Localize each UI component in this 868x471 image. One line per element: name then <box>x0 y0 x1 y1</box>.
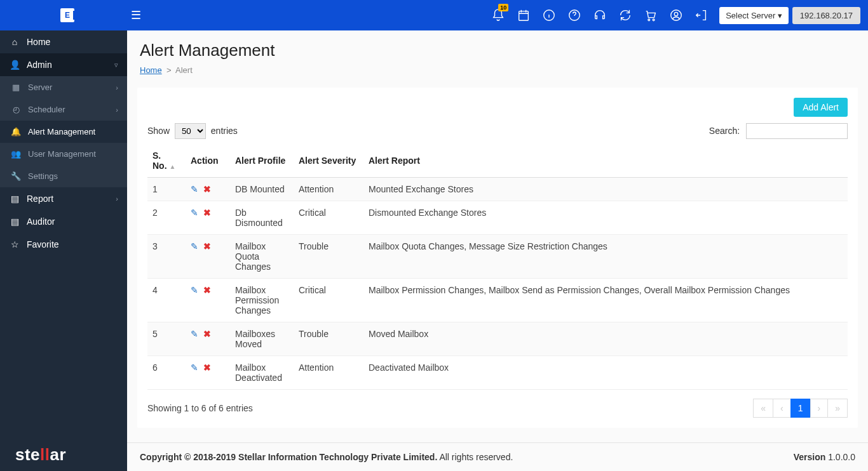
sidebar-item-alert-management[interactable]: 🔔 Alert Management <box>0 121 127 143</box>
sidebar-item-settings[interactable]: 🔧 Settings <box>0 165 127 187</box>
cell-profile: Mailbox Quota Changes <box>230 235 294 279</box>
breadcrumb: Home > Alert <box>140 65 855 75</box>
server-select-dropdown[interactable]: Select Server ▾ <box>719 7 789 24</box>
alerts-table: S. No.▲ Action Alert Profile Alert Sever… <box>147 144 848 390</box>
copyright-bold: Copyright © 2018-2019 Stellar Informatio… <box>140 452 437 462</box>
cell-sno: 5 <box>147 322 186 356</box>
cell-action: ✎✖ <box>186 279 230 322</box>
page-last-button[interactable]: » <box>827 399 848 418</box>
copyright-rest: All rights reserved. <box>437 452 513 462</box>
sidebar-item-report[interactable]: ▤ Report › <box>0 187 127 210</box>
cell-sno: 1 <box>147 178 186 201</box>
notification-badge: 10 <box>498 4 508 11</box>
page-first-button[interactable]: « <box>753 399 773 418</box>
sidebar-item-user-management[interactable]: 👥 User Management <box>0 143 127 165</box>
cell-profile: Mailboxes Moved <box>230 322 294 356</box>
edit-icon[interactable]: ✎ <box>191 184 198 194</box>
col-severity[interactable]: Alert Severity <box>294 144 363 178</box>
edit-icon[interactable]: ✎ <box>191 329 198 339</box>
sync-button[interactable] <box>613 0 638 30</box>
search-input[interactable] <box>746 123 848 139</box>
delete-icon[interactable]: ✖ <box>203 285 211 295</box>
add-alert-button[interactable]: Add Alert <box>794 98 848 117</box>
info-icon <box>542 8 556 22</box>
caret-down-icon: ▾ <box>778 11 782 20</box>
version-label: Version <box>794 452 826 462</box>
sidebar-item-home[interactable]: ⌂ Home <box>0 30 127 53</box>
col-profile[interactable]: Alert Profile <box>230 144 294 178</box>
alerts-card: Add Alert Show 50 entries Search: S. No.… <box>137 88 858 428</box>
chevron-right-icon: › <box>116 84 118 91</box>
version-value: 1.0.0.0 <box>825 452 855 462</box>
sidebar-item-favorite[interactable]: ☆ Favorite <box>0 233 127 256</box>
sidebar-item-server[interactable]: ▦ Server › <box>0 76 127 98</box>
main-content: Alert Management Home > Alert Add Alert … <box>127 30 868 471</box>
cell-severity: Attention <box>294 178 363 201</box>
cell-severity: Critical <box>294 201 363 235</box>
cart-icon <box>644 8 658 22</box>
table-row: 1✎✖DB MountedAttentionMounted Exchange S… <box>147 178 848 201</box>
svg-point-6 <box>674 12 678 16</box>
headset-icon <box>593 8 607 22</box>
sidebar-item-auditor[interactable]: ▤ Auditor <box>0 210 127 233</box>
profile-button[interactable] <box>663 0 689 30</box>
info-button[interactable] <box>536 0 562 30</box>
cell-action: ✎✖ <box>186 178 230 201</box>
notifications-button[interactable]: 10 <box>485 0 511 30</box>
brand-logo: stellar <box>0 436 127 471</box>
logo-zone: E <box>8 8 127 22</box>
search-control: Search: <box>709 123 848 139</box>
users-icon: 👥 <box>10 149 22 159</box>
cell-severity: Trouble <box>294 235 363 279</box>
report-icon: ▤ <box>9 194 20 204</box>
star-icon: ☆ <box>9 239 20 249</box>
sync-icon <box>618 8 632 22</box>
edit-icon[interactable]: ✎ <box>191 241 198 251</box>
breadcrumb-home[interactable]: Home <box>140 65 162 75</box>
cell-profile: Mailbox Permission Changes <box>230 279 294 322</box>
cell-sno: 4 <box>147 279 186 322</box>
app-logo: E <box>60 8 74 22</box>
delete-icon[interactable]: ✖ <box>203 184 211 194</box>
wrench-icon: 🔧 <box>10 171 22 181</box>
showing-info: Showing 1 to 6 of 6 entries <box>147 403 253 413</box>
cell-report: Moved Mailbox <box>363 322 848 356</box>
logout-icon <box>695 8 709 22</box>
server-select-label: Select Server <box>726 11 775 20</box>
cell-report: Mailbox Permission Changes, Mailbox Send… <box>363 279 848 322</box>
sidebar-item-scheduler[interactable]: ◴ Scheduler › <box>0 98 127 121</box>
page-size-select[interactable]: 50 <box>175 123 206 139</box>
pagination: « ‹ 1 › » <box>754 399 848 418</box>
calendar-button[interactable] <box>511 0 536 30</box>
edit-icon[interactable]: ✎ <box>191 285 198 295</box>
sort-asc-icon: ▲ <box>170 163 176 170</box>
page-next-button[interactable]: › <box>810 399 829 418</box>
chevron-right-icon: › <box>116 106 118 114</box>
support-button[interactable] <box>587 0 613 30</box>
edit-icon[interactable]: ✎ <box>191 362 198 373</box>
delete-icon[interactable]: ✖ <box>203 362 211 373</box>
cell-report: Deactivated Mailbox <box>363 356 848 390</box>
cell-action: ✎✖ <box>186 356 230 390</box>
delete-icon[interactable]: ✖ <box>203 329 211 339</box>
sidebar-item-admin[interactable]: 👤 Admin ▿ <box>0 53 127 76</box>
col-report[interactable]: Alert Report <box>363 144 848 178</box>
page-prev-button[interactable]: ‹ <box>773 399 791 418</box>
cell-sno: 6 <box>147 356 186 390</box>
help-button[interactable] <box>562 0 587 30</box>
delete-icon[interactable]: ✖ <box>203 208 211 218</box>
col-action[interactable]: Action <box>186 144 230 178</box>
admin-submenu: ▦ Server › ◴ Scheduler › 🔔 Alert Managem… <box>0 76 127 187</box>
user-icon <box>669 8 683 22</box>
edit-icon[interactable]: ✎ <box>191 208 198 218</box>
chevron-down-icon: ▿ <box>114 61 118 69</box>
col-sno[interactable]: S. No.▲ <box>147 144 186 178</box>
cell-profile: DB Mounted <box>230 178 294 201</box>
delete-icon[interactable]: ✖ <box>203 241 211 251</box>
page-number-1[interactable]: 1 <box>790 399 811 418</box>
cell-action: ✎✖ <box>186 322 230 356</box>
logout-button[interactable] <box>689 0 714 30</box>
cart-button[interactable] <box>638 0 663 30</box>
auditor-icon: ▤ <box>9 216 20 227</box>
menu-toggle-icon[interactable]: ☰ <box>131 8 141 22</box>
